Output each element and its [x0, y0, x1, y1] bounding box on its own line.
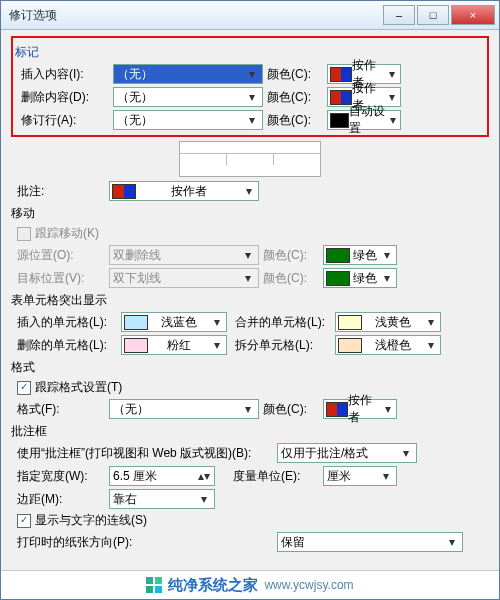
fmt-color-combo[interactable]: 按作者▾ [323, 399, 397, 419]
row-margin: 边距(M): 靠右▾ [11, 489, 489, 509]
section-balloon: 批注框 [11, 423, 489, 440]
swatch-icon [124, 338, 148, 353]
src-color-label: 颜色(C): [263, 247, 323, 264]
track-move-label: 跟踪移动(K) [35, 226, 99, 240]
window-buttons: – □ × [381, 5, 495, 25]
chevron-down-icon: ▾ [424, 338, 438, 352]
swatch-icon [330, 113, 349, 128]
src-combo[interactable]: 双删除线▾ [109, 245, 259, 265]
chevron-down-icon: ▾ [210, 338, 224, 352]
swatch-icon [124, 315, 148, 330]
show-lines-checkbox[interactable] [17, 514, 31, 528]
fmt-label: 格式(F): [17, 401, 109, 418]
delete-combo[interactable]: （无）▾ [113, 87, 263, 107]
row-showlines: 显示与文字的连线(S) [11, 512, 489, 529]
maximize-button[interactable]: □ [417, 5, 449, 25]
swatch-icon [338, 338, 362, 353]
fmt-combo[interactable]: （无）▾ [109, 399, 259, 419]
chevron-down-icon: ▾ [197, 492, 211, 506]
chevron-down-icon: ▾ [242, 184, 256, 198]
svg-rect-1 [155, 577, 162, 584]
src-color-combo[interactable]: 绿色▾ [323, 245, 397, 265]
row-insert: 插入内容(I): （无）▾ 颜色(C): 按作者▾ [15, 64, 485, 84]
minimize-button[interactable]: – [383, 5, 415, 25]
chevron-down-icon: ▾ [399, 446, 413, 460]
unit-combo[interactable]: 厘米▾ [323, 466, 397, 486]
spinner-icon: ▴▾ [197, 469, 211, 483]
svg-rect-3 [155, 586, 162, 593]
watermark-bar: 纯净系统之家 www.ycwjsy.com [1, 570, 499, 599]
tgt-color-combo[interactable]: 绿色▾ [323, 268, 397, 288]
row-revision: 修订行(A): （无）▾ 颜色(C): 自动设置▾ [15, 110, 485, 130]
tgt-combo[interactable]: 双下划线▾ [109, 268, 259, 288]
watermark-text: 纯净系统之家 [168, 576, 258, 595]
chevron-down-icon: ▾ [210, 315, 224, 329]
chevron-down-icon: ▾ [385, 90, 398, 104]
chevron-down-icon: ▾ [445, 535, 459, 549]
dialog-window: 修订选项 – □ × 标记 插入内容(I): （无）▾ 颜色(C): 按作者▾ [0, 0, 500, 600]
track-format-label: 跟踪格式设置(T) [35, 380, 122, 394]
margin-label: 边距(M): [17, 491, 109, 508]
titlebar[interactable]: 修订选项 – □ × [1, 1, 499, 30]
window-title: 修订选项 [9, 7, 381, 24]
revision-combo[interactable]: （无）▾ [113, 110, 263, 130]
row-width: 指定宽度(W): 6.5 厘米▴▾ 度量单位(E): 厘米▾ [11, 466, 489, 486]
track-format-checkbox[interactable] [17, 381, 31, 395]
row-paper: 打印时的纸张方向(P): 保留▾ [11, 532, 489, 552]
src-label: 源位置(O): [17, 247, 109, 264]
paper-combo[interactable]: 保留▾ [277, 532, 463, 552]
cell-del-label: 删除的单元格(L): [17, 337, 121, 354]
section-format: 格式 [11, 359, 489, 376]
show-lines-label: 显示与文字的连线(S) [35, 513, 147, 527]
highlight-box: 标记 插入内容(I): （无）▾ 颜色(C): 按作者▾ 删除内容(D): （无… [11, 36, 489, 137]
row-track-move: 跟踪移动(K) [11, 225, 489, 242]
cell-ins-combo[interactable]: 浅蓝色▾ [121, 312, 227, 332]
annot-combo[interactable]: 按作者▾ [109, 181, 259, 201]
dialog-body: 标记 插入内容(I): （无）▾ 颜色(C): 按作者▾ 删除内容(D): （无… [1, 30, 499, 574]
section-cell: 表单元格突出显示 [11, 292, 489, 309]
chevron-down-icon: ▾ [380, 271, 394, 285]
swatch-icon [326, 271, 350, 286]
row-tgt: 目标位置(V): 双下划线▾ 颜色(C): 绿色▾ [11, 268, 489, 288]
fmt-color-label: 颜色(C): [263, 401, 323, 418]
chevron-down-icon: ▾ [241, 248, 255, 262]
row-fmt: 格式(F): （无）▾ 颜色(C): 按作者▾ [11, 399, 489, 419]
swatch-icon [330, 67, 352, 82]
chevron-down-icon: ▾ [381, 402, 394, 416]
paper-label: 打印时的纸张方向(P): [17, 534, 177, 551]
track-move-checkbox[interactable] [17, 227, 31, 241]
section-mark: 标记 [15, 44, 485, 61]
row-balloon-use: 使用“批注框”(打印视图和 Web 版式视图)(B): 仅用于批注/格式▾ [11, 443, 489, 463]
swatch-icon [338, 315, 362, 330]
cell-del-combo[interactable]: 粉红▾ [121, 335, 227, 355]
insert-label: 插入内容(I): [21, 66, 113, 83]
tgt-color-label: 颜色(C): [263, 270, 323, 287]
balloon-use-label: 使用“批注框”(打印视图和 Web 版式视图)(B): [17, 445, 277, 462]
revision-color-label: 颜色(C): [267, 112, 327, 129]
chevron-down-icon: ▾ [241, 271, 255, 285]
insert-color-label: 颜色(C): [267, 66, 327, 83]
row-annot: 批注: 按作者▾ [11, 181, 489, 201]
margin-combo[interactable]: 靠右▾ [109, 489, 215, 509]
close-button[interactable]: × [451, 5, 495, 25]
cell-ins-label: 插入的单元格(L): [17, 314, 121, 331]
row-track-format: 跟踪格式设置(T) [11, 379, 489, 396]
swatch-icon [112, 184, 136, 199]
chevron-down-icon: ▾ [245, 113, 259, 127]
logo-icon [146, 577, 162, 593]
revision-color-combo[interactable]: 自动设置▾ [327, 110, 401, 130]
chevron-down-icon: ▾ [380, 248, 394, 262]
swatch-icon [326, 248, 350, 263]
cell-split-combo[interactable]: 浅橙色▾ [335, 335, 441, 355]
cell-merge-combo[interactable]: 浅黄色▾ [335, 312, 441, 332]
section-move: 移动 [11, 205, 489, 222]
revision-label: 修订行(A): [21, 112, 113, 129]
swatch-icon [326, 402, 348, 417]
balloon-use-combo[interactable]: 仅用于批注/格式▾ [277, 443, 417, 463]
chevron-down-icon: ▾ [387, 113, 398, 127]
delete-color-label: 颜色(C): [267, 89, 327, 106]
chevron-down-icon: ▾ [241, 402, 255, 416]
insert-combo[interactable]: （无）▾ [113, 64, 263, 84]
row-cell-ins: 插入的单元格(L): 浅蓝色▾ 合并的单元格(L): 浅黄色▾ [11, 312, 489, 332]
width-spinner[interactable]: 6.5 厘米▴▾ [109, 466, 215, 486]
